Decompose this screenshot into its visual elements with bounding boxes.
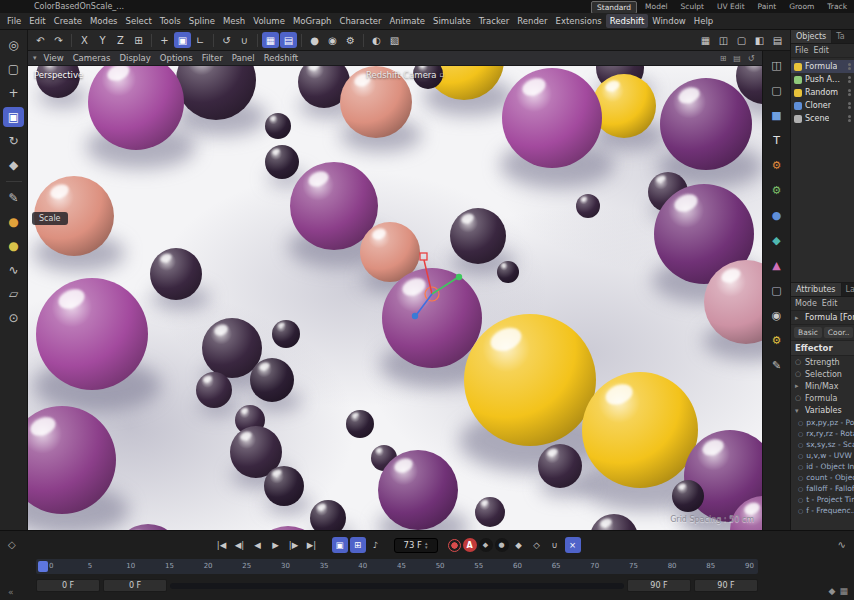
- move-tool-icon[interactable]: +: [3, 83, 24, 103]
- field-icon[interactable]: ◆: [767, 231, 787, 249]
- sphere-object[interactable]: [497, 261, 519, 283]
- gizmo-z-axis[interactable]: [417, 294, 432, 314]
- sphere-object[interactable]: [346, 410, 374, 438]
- menu-tools[interactable]: Tools: [156, 14, 185, 28]
- sphere-object[interactable]: [272, 320, 300, 348]
- pencil-icon[interactable]: ✎: [767, 356, 787, 374]
- attribute-strength[interactable]: ○Strength: [791, 356, 854, 368]
- viewport-menu-cameras[interactable]: Cameras: [69, 52, 115, 64]
- object-item-cloner[interactable]: Cloner: [791, 99, 854, 112]
- text-object-icon[interactable]: T: [767, 131, 787, 149]
- material-icon[interactable]: ◐: [368, 32, 385, 48]
- visibility-dots[interactable]: [848, 89, 851, 96]
- marquee-icon[interactable]: ▢: [767, 81, 787, 99]
- menu-character[interactable]: Character: [336, 14, 386, 28]
- timeline-ruler[interactable]: 051015202530354045505560657075808590: [36, 559, 758, 574]
- menu-file[interactable]: File: [3, 14, 25, 28]
- object-item-push-apart[interactable]: Push Apart: [791, 73, 854, 86]
- vp-reset-icon[interactable]: ↺: [745, 54, 757, 63]
- quantize-icon[interactable]: ▤: [280, 32, 297, 48]
- record-keyframe-button[interactable]: ●: [448, 539, 461, 552]
- menu-animate[interactable]: Animate: [385, 14, 429, 28]
- grid-corner-icon[interactable]: ▦: [839, 586, 848, 596]
- redo-icon[interactable]: ↷: [50, 32, 67, 48]
- select-tool-icon[interactable]: ▢: [3, 59, 24, 79]
- menu-spline[interactable]: Spline: [185, 14, 219, 28]
- last-tool-icon[interactable]: ◆: [3, 155, 24, 175]
- shader-icon[interactable]: ▧: [386, 32, 403, 48]
- key-snap-icon[interactable]: ∪: [547, 537, 563, 553]
- axis-lock-icon[interactable]: ∟: [192, 32, 209, 48]
- menu-extensions[interactable]: Extensions: [552, 14, 606, 28]
- menu-redshift[interactable]: Redshift: [606, 14, 649, 28]
- timeline-expand-chevrons[interactable]: «: [8, 587, 14, 597]
- sphere-object[interactable]: [196, 372, 232, 408]
- object-item-scene[interactable]: Scene: [791, 112, 854, 125]
- viewport-menu-view[interactable]: View: [40, 52, 68, 64]
- pen-tool-icon[interactable]: ✎: [3, 188, 24, 208]
- visibility-dots[interactable]: [848, 115, 851, 122]
- tab-attributes[interactable]: Attributes: [791, 283, 842, 296]
- title-expand-icon[interactable]: ▸: [795, 314, 802, 322]
- previous-key-button[interactable]: ◀|: [232, 537, 248, 553]
- sphere-object[interactable]: [310, 500, 346, 530]
- layout-single-icon[interactable]: ▢: [733, 32, 750, 48]
- gizmo-x-handle[interactable]: [456, 274, 462, 280]
- viewport-menu-redshift[interactable]: Redshift: [260, 52, 303, 64]
- layout-left-icon[interactable]: ◫: [715, 32, 732, 48]
- render-picture-viewer-icon[interactable]: ◉: [324, 32, 341, 48]
- sphere-object[interactable]: [150, 248, 202, 300]
- attribute-tab-basic[interactable]: Basic: [794, 327, 822, 338]
- transform-gizmo[interactable]: [394, 248, 474, 328]
- axis-center-icon[interactable]: ⊙: [3, 308, 24, 328]
- move-tool-icon[interactable]: +: [156, 32, 173, 48]
- sphere-object[interactable]: [672, 480, 704, 512]
- effector-shortcut-icon[interactable]: ●: [3, 236, 24, 256]
- cube-object-icon[interactable]: ■: [767, 106, 787, 124]
- gizmo-x-axis[interactable]: [432, 278, 457, 294]
- sphere-object[interactable]: [265, 145, 299, 179]
- sphere-object[interactable]: [582, 372, 698, 488]
- sphere-object[interactable]: [36, 278, 148, 390]
- camera-object-icon[interactable]: ◉: [767, 306, 787, 324]
- next-frame-button[interactable]: |▶: [286, 537, 302, 553]
- objects-menu-file[interactable]: File: [795, 46, 808, 55]
- coordinate-system-icon[interactable]: ↺: [218, 32, 235, 48]
- effector-section-header[interactable]: Effector: [791, 341, 854, 356]
- tab-objects[interactable]: Objects: [791, 30, 832, 43]
- deformer-icon[interactable]: ⚙: [767, 181, 787, 199]
- menu-mesh[interactable]: Mesh: [219, 14, 249, 28]
- sphere-object[interactable]: [264, 466, 304, 506]
- sphere-object[interactable]: [464, 314, 596, 446]
- viewport-menu-panel[interactable]: Panel: [228, 52, 259, 64]
- playhead[interactable]: [38, 561, 48, 572]
- range-field-1[interactable]: 0 F: [103, 579, 167, 592]
- sphere-object[interactable]: [475, 497, 505, 527]
- sphere-object[interactable]: [538, 444, 582, 488]
- visibility-dots[interactable]: [848, 102, 851, 109]
- effector-icon[interactable]: ⚙: [767, 156, 787, 174]
- tab-layers-partial[interactable]: La: [842, 283, 854, 296]
- menu-edit[interactable]: Edit: [25, 14, 49, 28]
- variables-header[interactable]: ▾ Variables: [791, 404, 854, 417]
- frame-field[interactable]: 73 F ▴▾: [394, 538, 438, 553]
- frame-stepper[interactable]: ▴▾: [425, 541, 428, 549]
- object-item-random[interactable]: Random: [791, 86, 854, 99]
- previous-frame-button[interactable]: ◀: [250, 537, 266, 553]
- tab-takes-partial[interactable]: Ta: [832, 30, 848, 43]
- fcurve-icon[interactable]: ∿: [838, 539, 846, 550]
- camera-toggle-icon[interactable]: ▫: [440, 71, 445, 79]
- viewport-menu-filter[interactable]: Filter: [198, 52, 227, 64]
- undo-icon[interactable]: ↶: [32, 32, 49, 48]
- snap-magnet-icon[interactable]: ∪: [236, 32, 253, 48]
- attribute-tab-coor[interactable]: Coor..: [824, 327, 854, 338]
- simulation-sphere-icon[interactable]: ●: [767, 206, 787, 224]
- go-to-end-button[interactable]: ▶|: [304, 537, 320, 553]
- attributes-menu-edit[interactable]: Edit: [822, 299, 838, 308]
- keyframe-parameter-button[interactable]: ●: [495, 538, 509, 552]
- menu-modes[interactable]: Modes: [86, 14, 122, 28]
- menu-volume[interactable]: Volume: [249, 14, 289, 28]
- menu-render[interactable]: Render: [513, 14, 551, 28]
- menu-mograph[interactable]: MoGraph: [289, 14, 336, 28]
- wire-cube-icon[interactable]: ▢: [767, 281, 787, 299]
